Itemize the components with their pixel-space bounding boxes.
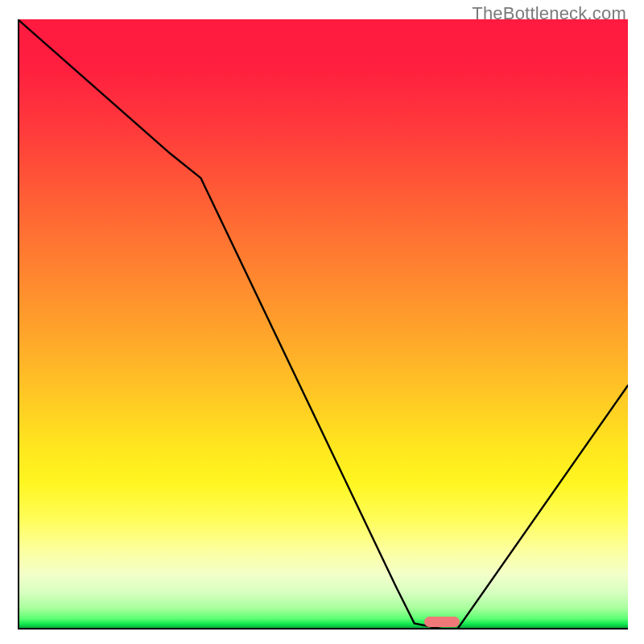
chart-container: TheBottleneck.com: [0, 0, 644, 644]
curve-svg: [18, 19, 628, 630]
highlight-marker: [424, 617, 460, 627]
curve-path: [18, 19, 628, 630]
plot-area: [18, 19, 628, 630]
